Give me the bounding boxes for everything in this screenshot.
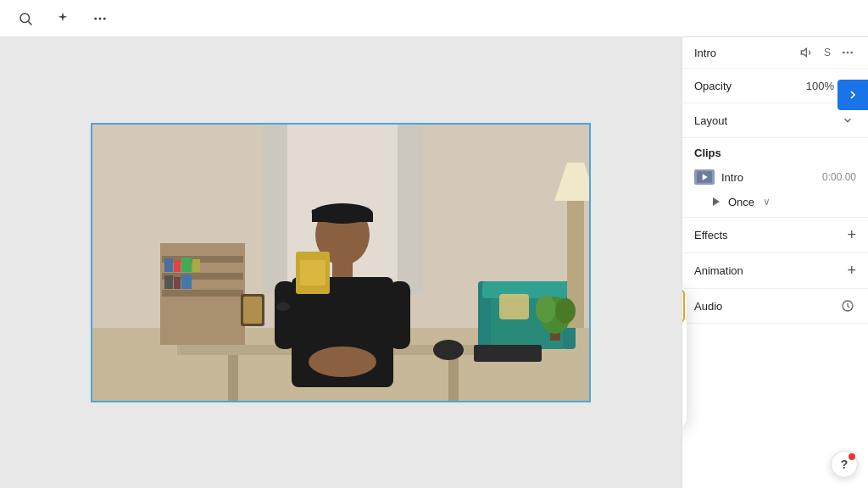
more-panel-icon[interactable] [839,44,856,61]
svg-rect-38 [389,281,410,349]
clip-thumbnail [694,169,715,185]
sound-icon[interactable] [798,44,815,61]
svg-rect-16 [162,290,243,297]
more-options-button[interactable] [88,7,112,30]
svg-point-39 [309,347,376,377]
effects-add-icon[interactable]: + [847,226,856,244]
svg-rect-28 [499,294,529,319]
svg-point-2 [94,17,97,19]
right-panel: Intro S Opacity 100% [682,37,868,488]
action-button[interactable] [837,80,868,110]
layout-label: Layout [694,114,839,127]
svg-rect-43 [300,260,326,286]
creative-item[interactable]: Creative › [682,392,687,426]
svg-marker-52 [801,48,806,56]
svg-marker-59 [713,197,720,206]
svg-point-54 [847,52,849,54]
effects-row: Effects + [682,218,868,253]
animation-row: Animation + [682,253,868,289]
svg-rect-45 [243,297,262,324]
once-row[interactable]: Once ∨ [682,190,868,218]
clips-header: Clips [682,138,868,164]
svg-rect-21 [164,275,173,289]
effects-label: Effects [694,229,847,241]
svg-rect-33 [312,214,373,222]
clips-label: Clips [694,147,721,159]
svg-rect-41 [474,345,542,362]
svg-point-4 [103,17,106,19]
audio-label: Audio [694,300,839,313]
svg-point-55 [850,52,853,54]
svg-rect-37 [275,281,296,349]
help-notification-dot [849,453,855,460]
clip-name: Intro [721,171,815,184]
video-preview [91,123,591,402]
help-label: ? [841,458,849,471]
clip-time: 0:00.00 [822,171,856,183]
svg-rect-17 [164,258,173,272]
svg-rect-22 [174,277,181,289]
audio-repair-item[interactable]: Audio repair › [682,289,685,323]
svg-rect-9 [448,355,459,402]
main-content: Intro S Opacity 100% [0,37,868,488]
dynamics-item[interactable]: Dynamics › [682,324,687,358]
animation-add-icon[interactable]: + [847,262,856,280]
eq-item[interactable]: EQ › [682,358,687,392]
svg-rect-11 [262,125,287,294]
svg-point-50 [536,296,556,323]
svg-point-3 [99,17,102,19]
audio-row: Audio [682,289,868,324]
svg-rect-23 [181,274,192,289]
help-button[interactable]: ? [831,451,858,478]
once-text: Once [728,196,754,208]
s-badge: S [824,47,831,58]
svg-point-53 [843,52,845,54]
svg-rect-20 [192,259,200,272]
audio-clock-icon[interactable] [839,297,856,314]
layout-chevron-icon[interactable] [839,112,856,129]
toolbar [0,0,868,37]
opacity-label: Opacity [694,80,806,92]
play-icon [709,195,723,208]
canvas-area [0,37,682,488]
video-placeholder [92,125,589,401]
clip-item: Intro 0:00.00 [682,164,868,190]
svg-point-51 [555,298,576,324]
once-chevron-icon: ∨ [763,196,771,208]
svg-rect-18 [174,260,181,272]
svg-point-40 [433,340,464,360]
animation-label: Animation [694,264,847,277]
opacity-value: 100% [806,80,834,92]
svg-rect-34 [311,209,319,220]
search-button[interactable] [14,7,37,30]
svg-line-1 [28,21,31,25]
sparkle-button[interactable] [51,7,75,30]
svg-rect-8 [228,355,238,402]
intro-header-row: Intro S [682,37,868,69]
intro-label: Intro [694,47,793,59]
svg-point-0 [20,14,30,23]
svg-rect-12 [398,125,423,294]
audio-dropdown: Audio repair › Dynamics › EQ › Creative … [682,287,687,426]
svg-rect-19 [181,258,192,272]
svg-rect-35 [332,262,353,279]
